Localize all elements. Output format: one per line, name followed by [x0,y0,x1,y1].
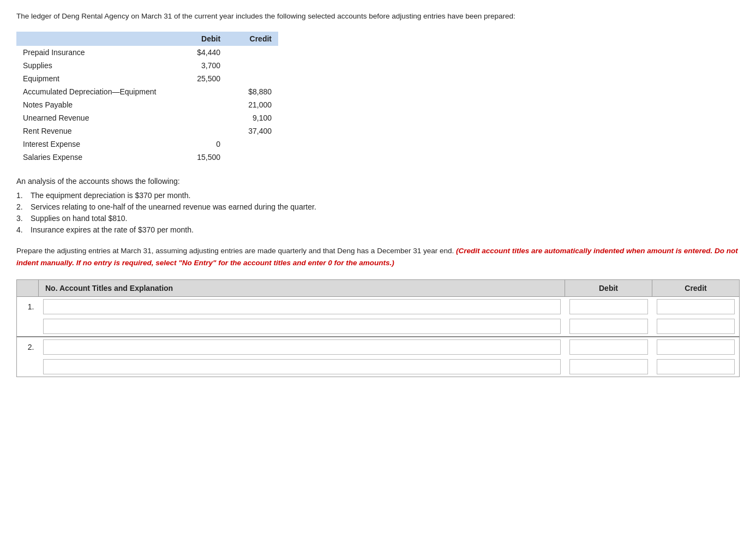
ledger-account-name: Salaries Expense [16,151,176,164]
ledger-account-name: Supplies [16,59,176,72]
ledger-header-account [16,32,176,46]
ledger-credit-val [227,46,278,59]
ledger-debit-val [176,98,227,111]
ledger-account-name: Accumulated Depreciation—Equipment [16,85,176,98]
ledger-credit-val [227,151,278,164]
entry-account-cell [39,317,565,337]
entry-row-num: 1. [17,297,39,317]
entry-credit-cell [652,297,740,317]
entry-header-debit: Debit [565,280,652,297]
ledger-account-name: Rent Revenue [16,124,176,138]
analysis-item: 4.Insurance expires at the rate of $370 … [16,225,740,234]
analysis-intro: An analysis of the accounts shows the fo… [16,177,740,186]
ledger-debit-val [176,85,227,98]
entry-credit-input[interactable] [657,339,735,355]
entry-credit-cell [652,317,740,337]
ledger-debit-val: $4,440 [176,46,227,59]
entry-credit-input[interactable] [657,359,735,374]
entry-row: 1. [17,297,740,317]
ledger-credit-val: 37,400 [227,124,278,138]
ledger-account-name: Prepaid Insurance [16,46,176,59]
analysis-item: 2.Services relating to one-half of the u… [16,202,740,211]
intro-text: The ledger of Deng Rental Agency on Marc… [16,11,740,22]
entry-account-input[interactable] [43,299,561,314]
entry-debit-input[interactable] [569,359,648,374]
entry-row-num: 2. [17,337,39,357]
entry-credit-cell [652,337,740,357]
entry-row-num [17,317,39,337]
entry-debit-cell [565,337,652,357]
entry-credit-cell [652,357,740,377]
prepare-normal: Prepare the adjusting entries at March 3… [16,247,454,255]
ledger-header-debit: Debit [176,32,227,46]
ledger-credit-val [227,138,278,151]
ledger-debit-val [176,124,227,138]
ledger-debit-val: 3,700 [176,59,227,72]
ledger-credit-val: 9,100 [227,111,278,124]
ledger-table: Debit Credit Prepaid Insurance$4,440Supp… [16,32,278,164]
entry-debit-cell [565,317,652,337]
ledger-header-credit: Credit [227,32,278,46]
ledger-credit-val [227,72,278,85]
entry-row [17,317,740,337]
prepare-text: Prepare the adjusting entries at March 3… [16,245,740,268]
entry-row: 2. [17,337,740,357]
entry-header-credit: Credit [652,280,740,297]
ledger-debit-val: 0 [176,138,227,151]
analysis-item: 1.The equipment depreciation is $370 per… [16,191,740,200]
ledger-account-name: Interest Expense [16,138,176,151]
entry-header-no [17,280,39,297]
ledger-debit-val: 15,500 [176,151,227,164]
entry-debit-cell [565,357,652,377]
ledger-account-name: Notes Payable [16,98,176,111]
ledger-debit-val [176,111,227,124]
ledger-credit-val: $8,880 [227,85,278,98]
analysis-item: 3.Supplies on hand total $810. [16,214,740,223]
entry-debit-input[interactable] [569,319,648,334]
ledger-credit-val [227,59,278,72]
entry-account-cell [39,297,565,317]
ledger-debit-val: 25,500 [176,72,227,85]
entry-account-cell [39,357,565,377]
entry-row-num [17,357,39,377]
entry-account-cell [39,337,565,357]
entry-account-input[interactable] [43,359,561,374]
entry-debit-cell [565,297,652,317]
analysis-list: 1.The equipment depreciation is $370 per… [16,191,740,234]
entry-credit-input[interactable] [657,299,735,314]
entry-account-input[interactable] [43,339,561,355]
entry-debit-input[interactable] [569,299,648,314]
ledger-credit-val: 21,000 [227,98,278,111]
entry-table: No. Account Titles and Explanation Debit… [16,279,740,377]
entry-header-account: No. Account Titles and Explanation [39,280,565,297]
entry-account-input[interactable] [43,319,561,334]
entry-row [17,357,740,377]
ledger-account-name: Unearned Revenue [16,111,176,124]
ledger-account-name: Equipment [16,72,176,85]
entry-credit-input[interactable] [657,319,735,334]
entry-debit-input[interactable] [569,339,648,355]
analysis-section: An analysis of the accounts shows the fo… [16,177,740,234]
